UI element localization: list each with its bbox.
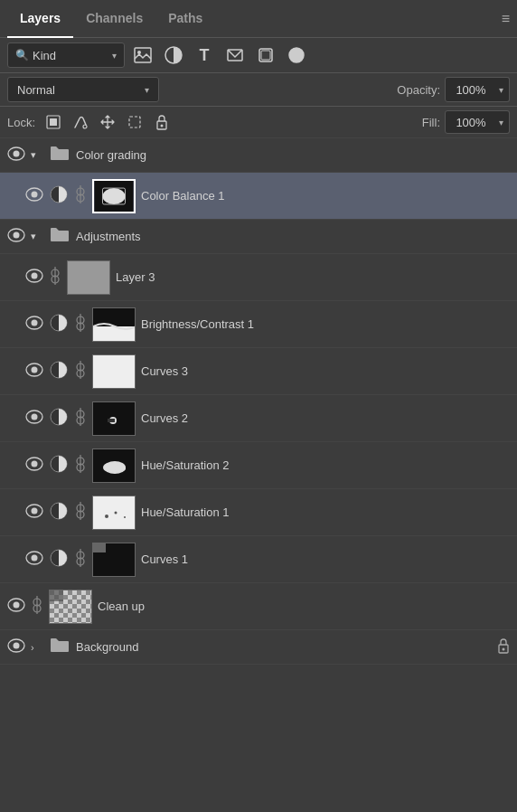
- smart-object-icon[interactable]: [253, 42, 278, 68]
- layer-name-background: Background: [76, 640, 492, 654]
- thumb-curves-3: [92, 354, 136, 389]
- kind-dropdown[interactable]: 🔍 Kind ▾: [7, 42, 125, 68]
- group-row-color-grading-group[interactable]: ▾ Color grading: [0, 138, 517, 173]
- fill-value[interactable]: 100%: [445, 110, 497, 134]
- visibility-icon-hue-saturation-1[interactable]: [25, 504, 43, 522]
- layers-list: ▾ Color grading Color Balance 1: [0, 138, 517, 665]
- opacity-arrow-icon[interactable]: ▾: [494, 77, 510, 102]
- svg-point-25: [14, 231, 20, 238]
- adj-icon-color-balance-1: [49, 184, 69, 207]
- visibility-icon-color-grading-group[interactable]: [7, 146, 25, 165]
- layer-row-curves-1[interactable]: Curves 1: [0, 536, 517, 583]
- kind-arrow-icon: ▾: [112, 51, 117, 61]
- visibility-icon-color-balance-1[interactable]: [25, 187, 43, 205]
- visibility-icon-brightness-contrast-1[interactable]: [25, 316, 43, 334]
- type-layer-icon[interactable]: T: [192, 42, 217, 68]
- thumb-clean-up: [49, 590, 92, 624]
- svg-rect-83: [93, 543, 106, 552]
- svg-point-77: [32, 554, 38, 561]
- link-icon-curves-2: [74, 408, 87, 429]
- expand-icon-background[interactable]: ›: [31, 642, 43, 653]
- group-row-adjustments-group[interactable]: ▾ Adjustments: [0, 220, 517, 254]
- thumb-layer-3: [67, 260, 110, 295]
- lock-artboard-button[interactable]: [124, 111, 146, 133]
- svg-point-27: [32, 272, 38, 279]
- layer-row-layer-3[interactable]: Layer 3: [0, 254, 517, 301]
- layer-name-clean-up: Clean up: [98, 600, 510, 613]
- layer-name-curves-2: Curves 2: [141, 411, 510, 425]
- svg-rect-72: [93, 496, 135, 529]
- svg-point-67: [32, 507, 38, 514]
- toolbar-row2: Normal ▾ Opacity: 100% ▾: [0, 73, 517, 107]
- expand-icon-adjustments-group[interactable]: ▾: [31, 231, 43, 242]
- adj-icon-brightness-contrast-1: [49, 313, 69, 335]
- layer-name-layer-3: Layer 3: [116, 270, 510, 284]
- lock-all-button[interactable]: [151, 111, 173, 133]
- visibility-icon-layer-3[interactable]: [25, 269, 43, 287]
- tab-paths[interactable]: Paths: [155, 0, 215, 38]
- visibility-icon-background[interactable]: [7, 638, 25, 656]
- tab-channels[interactable]: Channels: [73, 0, 155, 38]
- link-icon-hue-saturation-1: [74, 502, 87, 523]
- lock-icon-background: [497, 637, 510, 656]
- adjustment-layer-icon[interactable]: [161, 42, 186, 68]
- layer-row-hue-saturation-1[interactable]: Hue/Saturation 1: [0, 489, 517, 536]
- layer-row-curves-2[interactable]: Curves 2: [0, 395, 517, 442]
- fill-filter-icon[interactable]: [284, 42, 309, 68]
- layer-row-curves-3[interactable]: Curves 3: [0, 348, 517, 395]
- adj-icon-curves-1: [49, 548, 69, 571]
- link-icon-clean-up: [31, 596, 43, 617]
- panel-menu-icon[interactable]: ≡: [502, 11, 510, 27]
- shape-layer-icon[interactable]: [222, 42, 248, 68]
- opacity-value[interactable]: 100%: [445, 77, 497, 102]
- blend-mode-dropdown[interactable]: Normal ▾: [7, 77, 159, 102]
- thumb-brightness-contrast-1: [92, 307, 136, 342]
- blend-mode-label: Normal: [17, 83, 141, 97]
- lock-label: Lock:: [7, 116, 35, 129]
- visibility-icon-curves-2[interactable]: [25, 410, 43, 428]
- visibility-icon-curves-1[interactable]: [25, 551, 43, 569]
- svg-point-64: [103, 463, 116, 472]
- kind-label: Kind: [33, 49, 108, 62]
- link-icon-curves-3: [74, 361, 87, 382]
- fill-arrow-icon[interactable]: ▾: [494, 110, 510, 134]
- svg-point-12: [161, 125, 164, 127]
- visibility-icon-clean-up[interactable]: [7, 598, 25, 616]
- svg-point-41: [32, 366, 38, 373]
- visibility-icon-hue-saturation-2[interactable]: [25, 457, 43, 475]
- group-row-background[interactable]: › Background: [0, 630, 517, 665]
- layer-name-curves-1: Curves 1: [141, 552, 510, 566]
- tab-layers[interactable]: Layers: [7, 0, 73, 38]
- search-icon: 🔍: [15, 49, 29, 61]
- link-icon-brightness-contrast-1: [74, 314, 87, 335]
- lock-pixels-button[interactable]: [42, 111, 64, 133]
- svg-point-6: [289, 48, 304, 62]
- blend-mode-arrow-icon: ▾: [145, 85, 149, 95]
- pixel-layer-icon[interactable]: [130, 42, 155, 68]
- layer-name-color-grading-group: Color grading: [76, 148, 510, 162]
- link-icon-hue-saturation-2: [74, 455, 87, 476]
- visibility-icon-adjustments-group[interactable]: [7, 228, 25, 246]
- layer-name-adjustments-group: Adjustments: [76, 230, 510, 243]
- svg-point-97: [503, 648, 505, 651]
- layer-row-clean-up[interactable]: Clean up: [0, 583, 517, 630]
- layer-row-color-balance-1[interactable]: Color Balance 1: [0, 173, 517, 220]
- layer-row-hue-saturation-2[interactable]: Hue/Saturation 2: [0, 442, 517, 489]
- expand-icon-color-grading-group[interactable]: ▾: [31, 149, 43, 161]
- tabs-bar: Layers Channels Paths ≡: [0, 0, 517, 38]
- layer-name-hue-saturation-1: Hue/Saturation 1: [141, 505, 510, 519]
- folder-icon-color-grading-group: [49, 144, 70, 166]
- layer-name-brightness-contrast-1: Brightness/Contrast 1: [141, 317, 510, 331]
- thumb-hue-saturation-1: [92, 496, 136, 530]
- svg-rect-55: [108, 419, 115, 422]
- layer-row-brightness-contrast-1[interactable]: Brightness/Contrast 1: [0, 301, 517, 348]
- visibility-icon-curves-3[interactable]: [25, 363, 43, 381]
- layer-name-curves-3: Curves 3: [141, 364, 510, 378]
- lock-image-button[interactable]: [70, 111, 91, 133]
- thumb-curves-1: [92, 543, 136, 577]
- toolbar-row1: 🔍 Kind ▾ T: [0, 38, 517, 73]
- folder-icon-adjustments-group: [49, 225, 70, 248]
- svg-rect-5: [261, 51, 270, 60]
- svg-rect-93: [50, 590, 63, 601]
- lock-position-button[interactable]: [97, 111, 118, 133]
